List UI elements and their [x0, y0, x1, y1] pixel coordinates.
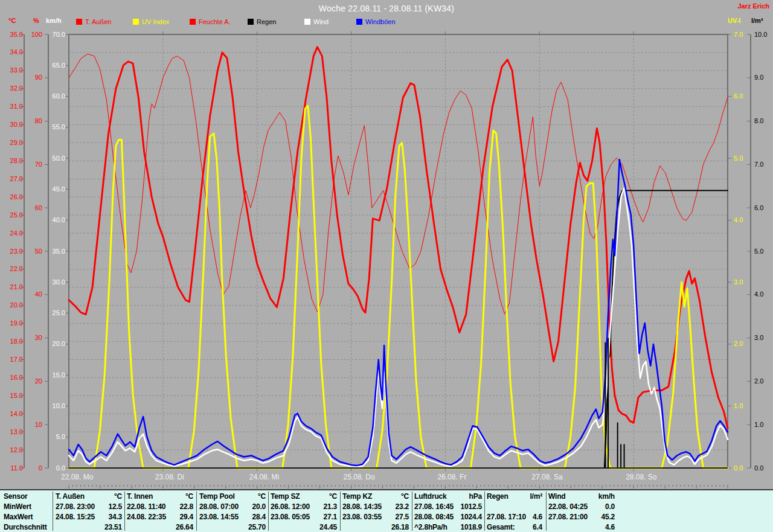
day-label: 22.08. Mo: [61, 473, 93, 481]
series-regen: [69, 191, 728, 469]
wind-tick-label: 10.0: [40, 402, 65, 410]
cell-avg-value: 24.45: [271, 523, 337, 532]
rain-tick-label: 2.0: [754, 377, 763, 385]
day-label: 24.08. Mi: [249, 473, 279, 481]
wind-tick-label: 70.0: [40, 31, 65, 39]
rain-tick-label: 1.0: [754, 421, 763, 429]
table-separator: [484, 492, 485, 531]
col-unit: hPa: [414, 492, 482, 501]
uv-tick-label: 6.0: [734, 92, 743, 100]
day-label: 27.08. Sa: [531, 473, 562, 481]
wind-tick-label: 15.0: [40, 371, 65, 379]
uv-tick-label: 1.0: [734, 402, 743, 410]
col-unit: km/h: [548, 492, 615, 501]
temp-tick-label: 34.0: [0, 48, 23, 56]
cell-max-value: 34.3: [56, 513, 122, 522]
cell-avg-value: 1018.9: [414, 523, 482, 532]
col-unit: l/m²: [487, 492, 542, 501]
temp-tick-label: 26.0: [0, 193, 23, 201]
day-label: 28.08. So: [626, 473, 656, 481]
day-label: 26.08. Fr: [437, 473, 466, 481]
humidity-tick-label: 40: [17, 290, 42, 298]
temp-tick-label: 29.0: [0, 139, 23, 147]
cell-max-value: 27.1: [271, 513, 337, 522]
wind-tick-label: 45.0: [40, 185, 65, 193]
table-separator: [196, 492, 197, 531]
wind-tick-label: 55.0: [40, 123, 65, 131]
wind-tick-label: 0.0: [40, 464, 65, 472]
temp-tick-label: 24.0: [0, 229, 23, 237]
wind-tick-label: 30.0: [40, 278, 65, 286]
rain-tick-label: 10.0: [754, 31, 767, 39]
rain-tick-label: 7.0: [754, 161, 763, 168]
rain-tick-label: 3.0: [754, 334, 763, 342]
table-separator: [268, 492, 269, 531]
temp-tick-label: 15.0: [0, 392, 23, 400]
cell-max-value: 28.4: [199, 513, 266, 522]
humidity-tick-label: 0: [17, 464, 42, 472]
temp-tick-label: 27.0: [0, 175, 23, 183]
uv-tick-label: 5.0: [734, 155, 743, 162]
table-separator: [124, 492, 125, 531]
rain-tick-label: 8.0: [754, 117, 763, 125]
rain-tick-label: 0.0: [754, 464, 763, 472]
cell-max-value: 4.6: [487, 513, 542, 522]
wind-tick-label: 20.0: [40, 340, 65, 348]
wind-tick-label: 65.0: [40, 62, 65, 69]
humidity-tick-label: 80: [17, 117, 42, 125]
rain-tick-label: 5.0: [754, 248, 763, 255]
stats-table: SensorMinWertMaxWertDurchschnittT. Außen…: [0, 489, 773, 532]
row-label: MinWert: [4, 502, 52, 511]
cell-min-value: 23.2: [342, 502, 409, 511]
table-separator: [546, 492, 547, 531]
cell-avg-value: 26.18: [342, 523, 409, 532]
temp-tick-label: 12.0: [0, 446, 23, 454]
series-t-au-en: [69, 47, 728, 428]
temp-tick-label: 22.0: [0, 265, 23, 273]
table-separator: [340, 492, 341, 531]
col-unit: °C: [199, 492, 266, 501]
col-unit: °C: [271, 492, 337, 501]
cell-min-value: 20.0: [199, 502, 266, 511]
humidity-tick-label: 20: [17, 377, 42, 385]
series-feuchte-a-: [69, 54, 728, 314]
weather-app-window: { "header": { "title": "Woche 22.08.11 -…: [0, 0, 773, 532]
wind-tick-label: 5.0: [40, 433, 65, 441]
table-separator: [53, 492, 53, 531]
col-unit: °C: [127, 492, 193, 501]
humidity-tick-label: 50: [17, 248, 42, 255]
temp-tick-label: 13.0: [0, 428, 23, 436]
uv-tick-label: 2.0: [734, 340, 743, 348]
temp-tick-label: 25.0: [0, 211, 23, 219]
cell-max-value: 27.5: [342, 513, 409, 522]
table-separator: [412, 492, 412, 531]
cell-avg-value: 4.6: [548, 523, 615, 532]
wind-tick-label: 40.0: [40, 216, 65, 224]
cell-max-value: 29.4: [127, 513, 193, 522]
cell-min-value: 0.0: [548, 502, 615, 511]
cell-min-value: 22.8: [127, 502, 193, 511]
cell-max-value: 45.2: [548, 513, 615, 522]
day-label: 25.08. Do: [344, 473, 375, 481]
uv-tick-label: 3.0: [734, 278, 743, 286]
row-label: Sensor: [4, 492, 52, 501]
wind-tick-label: 60.0: [40, 92, 65, 100]
humidity-tick-label: 60: [17, 204, 42, 212]
rain-tick-label: 4.0: [754, 290, 763, 298]
plot-area: [0, 0, 773, 489]
cell-avg-value: 6.4: [487, 523, 542, 532]
row-label: Durchschnitt: [4, 523, 52, 532]
col-unit: °C: [56, 492, 122, 501]
temp-tick-label: 20.0: [0, 301, 23, 309]
cell-min-value: 21.3: [271, 502, 337, 511]
temp-tick-label: 17.0: [0, 356, 23, 364]
cell-max-value: 1024.4: [414, 513, 482, 522]
uv-tick-label: 0.0: [734, 464, 743, 472]
col-unit: °C: [342, 492, 409, 501]
temp-tick-label: 14.0: [0, 410, 23, 418]
humidity-tick-label: 100: [17, 31, 42, 39]
cell-min-value: 12.5: [56, 502, 122, 511]
row-label: MaxWert: [4, 513, 52, 522]
temp-tick-label: 31.0: [0, 103, 23, 111]
cell-avg-value: 25.70: [199, 523, 266, 532]
